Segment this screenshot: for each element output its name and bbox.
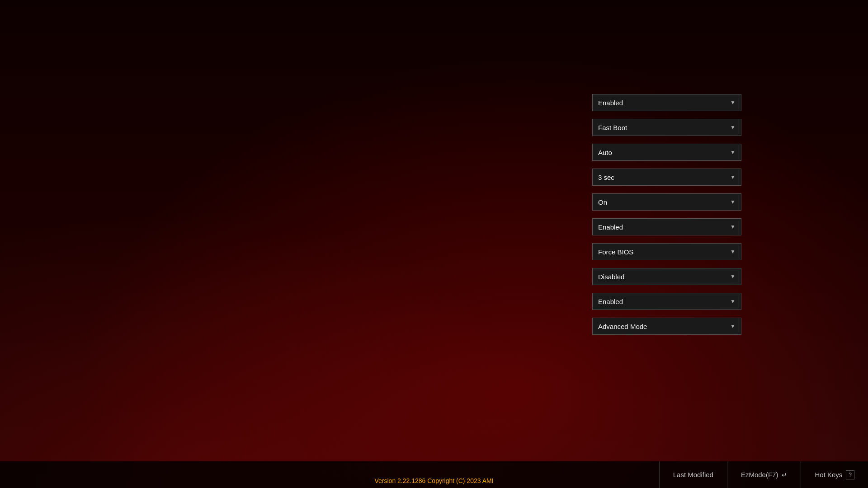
interrupt19-dropdown[interactable]: Disabled ▼ bbox=[592, 268, 741, 285]
wait-f1-dropdown[interactable]: Enabled ▼ bbox=[592, 218, 741, 235]
ez-mode-button[interactable]: EzMode(F7) ↵ bbox=[727, 461, 801, 488]
setup-mode-dropdown[interactable]: Advanced Mode ▼ bbox=[592, 318, 741, 335]
option-rom-dropdown[interactable]: Force BIOS ▼ bbox=[592, 243, 741, 260]
dropdown-arrow: ▼ bbox=[730, 249, 736, 255]
next-boot-ac-dropdown[interactable]: Fast Boot ▼ bbox=[592, 119, 741, 136]
dropdown-arrow: ▼ bbox=[730, 298, 736, 305]
hot-keys-button[interactable]: Hot Keys ? bbox=[801, 461, 868, 488]
fast-boot-dropdown[interactable]: Enabled ▼ bbox=[592, 94, 741, 111]
footer: Version 2.22.1286 Copyright (C) 2023 AMI… bbox=[0, 461, 868, 488]
ez-mode-label: EzMode(F7) bbox=[741, 471, 778, 479]
version-text: Version 2.22.1286 Copyright (C) 2023 AMI bbox=[374, 477, 493, 484]
dropdown-arrow: ▼ bbox=[730, 99, 736, 106]
ez-mode-icon: ↵ bbox=[782, 471, 787, 479]
footer-actions: Last Modified EzMode(F7) ↵ Hot Keys ? bbox=[659, 461, 868, 488]
dropdown-arrow: ▼ bbox=[730, 124, 736, 131]
dropdown-arrow: ▼ bbox=[730, 323, 736, 329]
numlock-dropdown[interactable]: On ▼ bbox=[592, 193, 741, 211]
hot-keys-icon: ? bbox=[846, 470, 854, 479]
dropdown-arrow: ▼ bbox=[730, 224, 736, 230]
post-delay-dropdown[interactable]: 3 sec ▼ bbox=[592, 169, 741, 186]
dropdown-arrow: ▼ bbox=[730, 199, 736, 205]
last-modified-button[interactable]: Last Modified bbox=[659, 461, 727, 488]
boot-logo-dropdown[interactable]: Auto ▼ bbox=[592, 144, 741, 161]
dropdown-arrow: ▼ bbox=[730, 174, 736, 180]
dropdown-arrow: ▼ bbox=[730, 273, 736, 280]
dropdown-arrow: ▼ bbox=[730, 149, 736, 155]
hot-keys-label: Hot Keys bbox=[815, 471, 842, 479]
last-modified-label: Last Modified bbox=[673, 471, 713, 479]
ami-nvme-dropdown[interactable]: Enabled ▼ bbox=[592, 293, 741, 310]
